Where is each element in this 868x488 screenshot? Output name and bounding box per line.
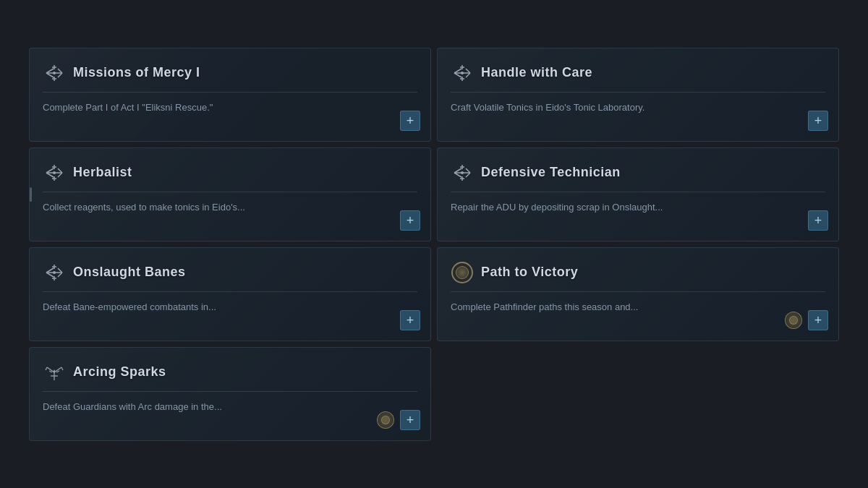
card-defensive-technician: Defensive Technician Repair the ADU by d…: [437, 147, 839, 241]
add-button[interactable]: +: [808, 111, 828, 131]
card-divider: [43, 391, 417, 392]
card-herbalist: Herbalist Collect reagents, used to make…: [29, 147, 431, 241]
card-header: Missions of Mercy I: [43, 61, 417, 85]
add-button[interactable]: +: [808, 310, 828, 330]
card-title: Arcing Sparks: [73, 364, 166, 380]
empty-cell: [437, 347, 839, 441]
card-divider: [451, 291, 825, 292]
card-actions: +: [400, 210, 420, 231]
card-header: Onslaught Banes: [43, 261, 417, 284]
card-divider: [43, 92, 417, 93]
add-button[interactable]: +: [400, 310, 420, 330]
card-divider: [451, 192, 825, 192]
card-header: Defensive Technician: [451, 161, 825, 184]
card-divider: [451, 92, 825, 93]
add-button[interactable]: +: [400, 111, 420, 131]
card-description: Craft Volatile Tonics in Eido's Tonic La…: [451, 101, 825, 114]
card-actions: +: [377, 410, 420, 430]
sparks-icon: [43, 361, 66, 384]
add-button[interactable]: +: [400, 410, 420, 430]
card-actions: +: [785, 310, 828, 330]
faction-icon: [43, 61, 66, 85]
pathfinder-circle-icon: [451, 262, 473, 283]
quest-grid: Missions of Mercy I Complete Part I of A…: [22, 40, 846, 448]
reward-badge-icon: [377, 411, 394, 429]
card-divider: [43, 192, 417, 192]
card-title: Onslaught Banes: [73, 265, 186, 280]
card-description: Collect reagents, used to make tonics in…: [43, 201, 417, 214]
card-description: Complete Pathfinder paths this season an…: [451, 301, 825, 314]
card-title: Handle with Care: [481, 65, 592, 80]
card-actions: +: [400, 310, 420, 330]
scroll-indicator: [30, 187, 32, 202]
card-actions: +: [808, 210, 828, 231]
card-title: Path to Victory: [481, 265, 578, 280]
card-description: Repair the ADU by depositing scrap in On…: [451, 201, 825, 214]
card-title: Defensive Technician: [481, 165, 621, 180]
card-description: Defeat Guardians with Arc damage in the.…: [43, 401, 417, 414]
circle-icon: [451, 261, 474, 284]
faction-icon: [43, 161, 66, 184]
reward-badge-icon: [785, 312, 802, 329]
faction-icon: [451, 161, 474, 184]
add-button[interactable]: +: [808, 210, 828, 231]
badge-inner: [381, 416, 390, 424]
card-missions-of-mercy: Missions of Mercy I Complete Part I of A…: [29, 48, 431, 142]
card-header: Path to Victory: [451, 261, 825, 284]
faction-icon: [43, 261, 66, 284]
badge-inner: [789, 316, 798, 325]
card-description: Complete Part I of Act I "Eliksni Rescue…: [43, 101, 417, 114]
card-title: Missions of Mercy I: [73, 65, 200, 80]
card-description: Defeat Bane-empowered combatants in...: [43, 301, 417, 314]
card-actions: +: [808, 111, 828, 131]
card-header: Handle with Care: [451, 61, 825, 85]
add-button[interactable]: +: [400, 210, 420, 231]
card-header: Herbalist: [43, 161, 417, 184]
card-title: Herbalist: [73, 165, 132, 180]
card-actions: +: [400, 111, 420, 131]
card-divider: [43, 291, 417, 292]
card-path-to-victory: Path to Victory Complete Pathfinder path…: [437, 247, 839, 341]
card-onslaught-banes: Onslaught Banes Defeat Bane-empowered co…: [29, 247, 431, 341]
faction-icon: [451, 61, 474, 85]
card-arcing-sparks: Arcing Sparks Defeat Guardians with Arc …: [29, 347, 431, 441]
card-header: Arcing Sparks: [43, 361, 417, 384]
card-handle-with-care: Handle with Care Craft Volatile Tonics i…: [437, 48, 839, 142]
